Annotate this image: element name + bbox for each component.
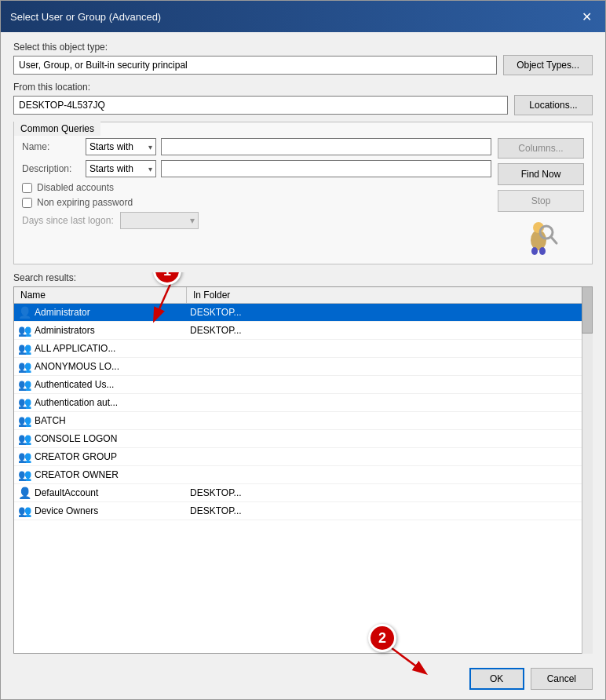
table-row[interactable]: 👥 ANONYMOUS LO... [14,358,592,376]
row-folder-cell [187,455,592,458]
common-queries-section: Common Queries Name: Starts with ▾ De [13,122,593,264]
row-folder-cell [187,473,592,476]
user-icon: 👥 [17,450,31,464]
name-query-label: Name: [22,141,81,152]
row-name-cell: 👥 ANONYMOUS LO... [14,358,187,375]
table-row[interactable]: 👥 CREATOR OWNER [14,466,592,484]
queries-right: Columns... Find Now Stop [498,138,584,256]
non-expiring-label: Non expiring password [37,197,133,208]
row-folder-cell [187,383,592,386]
row-folder-cell: DESKTOP... [187,305,592,319]
location-label: From this location: [13,82,593,93]
table-row[interactable]: 👥 BATCH [14,412,592,430]
user-icon: 👥 [17,359,31,374]
close-button[interactable]: ✕ [577,7,596,26]
user-icon: 👥 [17,377,31,392]
annotation-bubble-2: 2 [368,624,396,652]
object-types-button[interactable]: Object Types... [503,55,593,75]
days-label: Days since last logon: [22,215,114,226]
days-row: Days since last logon: ▾ [22,212,491,229]
object-type-label: Select this object type: [13,42,593,53]
row-name-cell: 👤 DefaultAccount [14,484,187,501]
user-icon: 👥 [17,468,31,482]
queries-area: Name: Starts with ▾ Description: Starts … [22,138,584,256]
svg-line-3 [551,237,557,243]
row-folder-cell [187,437,592,440]
row-name-cell: 👥 Administrators [14,322,187,339]
svg-point-4 [531,247,538,255]
queries-left: Name: Starts with ▾ Description: Starts … [22,138,491,256]
row-folder-cell: DESKTOP... [187,323,592,337]
row-folder-cell [187,419,592,422]
row-name-cell: 👥 Authenticated Us... [14,376,187,393]
table-row[interactable]: 👥 ALL APPLICATIO... [14,340,592,358]
desc-query-row: Description: Starts with ▾ [22,160,491,177]
locations-button[interactable]: Locations... [514,95,593,115]
disabled-accounts-row: Disabled accounts [22,182,491,193]
user-icon: 👤 [17,486,31,500]
row-name-cell: 👥 BATCH [14,412,187,429]
user-icon: 👥 [17,414,31,428]
name-filter-value: Starts with [89,141,133,152]
table-row[interactable]: 👥 Authentication aut... [14,394,592,412]
dialog-body: Select this object type: Object Types...… [1,32,605,663]
name-filter-dropdown[interactable]: Starts with ▾ [86,138,156,155]
row-folder-cell [187,347,592,350]
days-arrow: ▾ [190,215,195,226]
search-illustration [498,217,584,256]
table-row[interactable]: 👤 DefaultAccount DESKTOP... [14,484,592,502]
row-folder-cell [187,401,592,404]
dialog-buttons: OK Cancel [13,668,593,690]
col-header-name: Name [14,287,187,303]
row-folder-cell: DESKTOP... [187,504,592,518]
table-row[interactable]: 👥 Authenticated Us... [14,376,592,394]
desc-filter-value: Starts with [89,163,133,174]
results-wrapper: Name In Folder 👤 Administrator DESKTOP..… [13,286,593,654]
row-name-cell: 👥 ALL APPLICATIO... [14,340,187,357]
dialog-title: Select User or Group (Advanced) [10,11,161,23]
name-query-input[interactable] [161,138,491,155]
object-type-input[interactable] [13,56,497,75]
location-input[interactable] [13,96,508,115]
user-icon: 👥 [17,396,31,410]
user-icon: 👤 [17,305,31,319]
results-header: Name In Folder [14,287,592,304]
table-row[interactable]: 👥 Device Owners DESKTOP... [14,502,592,520]
search-illustration-svg [521,217,560,256]
user-icon: 👥 [17,432,31,446]
stop-button[interactable]: Stop [498,190,584,212]
disabled-accounts-label: Disabled accounts [37,182,114,193]
user-icon: 👥 [17,323,31,337]
table-row[interactable]: 👤 Administrator DESKTOP... [14,304,592,322]
title-bar: Select User or Group (Advanced) ✕ [1,1,605,32]
columns-button[interactable]: Columns... [498,138,584,159]
results-table[interactable]: Name In Folder 👤 Administrator DESKTOP..… [13,286,593,654]
row-folder-cell: DESKTOP... [187,486,592,500]
find-now-button[interactable]: Find Now [498,163,584,185]
table-row[interactable]: 👥 Administrators DESKTOP... [14,322,592,340]
disabled-accounts-checkbox[interactable] [22,183,32,193]
common-queries-title: Common Queries [14,122,100,136]
non-expiring-checkbox[interactable] [22,198,32,208]
user-icon: 👥 [17,504,31,518]
scrollbar-track[interactable] [582,286,593,654]
table-row[interactable]: 👥 CREATOR GROUP [14,448,592,466]
days-dropdown[interactable]: ▾ [120,212,199,229]
desc-query-input[interactable] [161,160,491,177]
search-results-label: Search results: [13,272,593,283]
desc-filter-arrow: ▾ [148,165,152,173]
row-name-cell: 👥 CONSOLE LOGON [14,430,187,447]
table-row[interactable]: 👥 CONSOLE LOGON [14,430,592,448]
user-icon: 👥 [17,341,31,355]
row-folder-cell [187,365,592,368]
bottom-area: 2 OK Cancel [1,663,605,699]
ok-button[interactable]: OK [469,668,524,690]
cancel-button[interactable]: Cancel [531,668,593,690]
object-type-section: Select this object type: Object Types... [13,42,593,75]
location-section: From this location: Locations... [13,82,593,115]
desc-filter-dropdown[interactable]: Starts with ▾ [86,160,156,177]
col-header-folder: In Folder [187,287,592,303]
row-name-cell: 👥 Authentication aut... [14,394,187,411]
scrollbar-thumb[interactable] [582,286,593,334]
row-name-cell: 👤 Administrator [14,304,187,321]
